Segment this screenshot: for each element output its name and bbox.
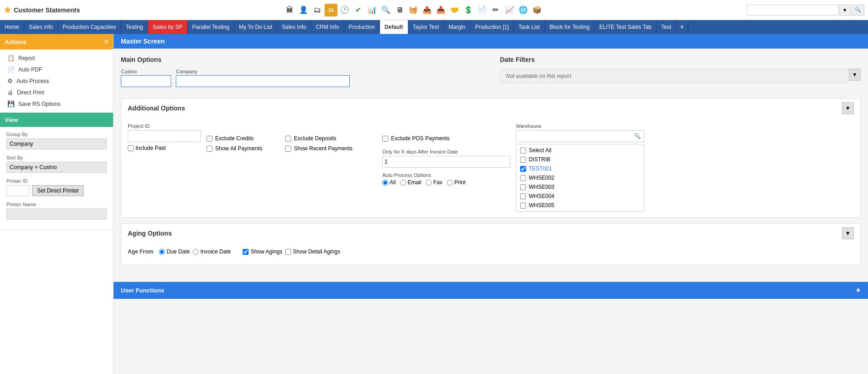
box-icon[interactable]: 📦 bbox=[531, 4, 543, 16]
warehouse-test001-checkbox[interactable] bbox=[520, 166, 526, 172]
global-search-input[interactable] bbox=[747, 5, 838, 16]
warehouse-search-input[interactable] bbox=[516, 131, 631, 141]
search-zoom-icon[interactable]: 🔍 bbox=[380, 4, 392, 16]
additional-options-collapse-button[interactable]: ▼ bbox=[842, 102, 854, 114]
hand-icon[interactable]: 🤝 bbox=[448, 4, 461, 16]
tab-testing[interactable]: Testing bbox=[121, 20, 148, 34]
building-icon[interactable]: 🏛 bbox=[283, 4, 296, 16]
action-auto-process[interactable]: ⚙ Auto Process bbox=[0, 75, 113, 87]
warehouse-distrib-checkbox[interactable] bbox=[520, 157, 526, 163]
tag-icon[interactable]: 💲 bbox=[462, 4, 475, 16]
tab-default[interactable]: Default bbox=[380, 20, 408, 34]
warehouse-whse002-checkbox[interactable] bbox=[520, 175, 526, 181]
bars-icon[interactable]: 📊 bbox=[366, 4, 379, 16]
company-input[interactable] bbox=[176, 75, 350, 87]
global-search-button[interactable]: ▼ bbox=[839, 5, 851, 16]
auto-process-fax-radio[interactable] bbox=[426, 180, 432, 186]
global-search-go-button[interactable]: 🔍 bbox=[852, 5, 864, 16]
warehouse-item-distrib: DISTRIB bbox=[518, 155, 642, 164]
auto-process-all-radio[interactable] bbox=[382, 180, 388, 186]
tab-sales-by-sp[interactable]: Sales by SP bbox=[148, 20, 187, 34]
warehouse-whse003-checkbox[interactable] bbox=[520, 184, 526, 190]
x-days-input[interactable] bbox=[382, 156, 510, 168]
invoice-date-radio[interactable] bbox=[193, 249, 199, 255]
tab-production-1[interactable]: Production [1] bbox=[470, 20, 514, 34]
show-all-payments-checkbox[interactable] bbox=[206, 146, 212, 152]
actions-menu-icon[interactable]: ≡ bbox=[104, 38, 108, 46]
show-agings-checkbox[interactable] bbox=[243, 249, 249, 255]
printer-id-input[interactable] bbox=[6, 185, 29, 196]
project-id-input[interactable] bbox=[128, 130, 201, 142]
clock-icon[interactable]: 🕐 bbox=[338, 4, 351, 16]
exclude-deposits-checkbox[interactable] bbox=[285, 136, 291, 142]
printer-name-input[interactable] bbox=[6, 209, 107, 220]
tab-block-for-testing[interactable]: Block for Testing bbox=[545, 20, 595, 34]
due-date-radio[interactable] bbox=[159, 249, 165, 255]
view-body: Group By Sort By Printer ID Set Direct P… bbox=[0, 127, 113, 230]
sidebar: Actions ≡ 📋 Report 📄 Auto PDF ⚙ Auto Pro… bbox=[0, 34, 114, 374]
monitor-icon[interactable]: 🖥 bbox=[393, 4, 406, 16]
tab-sales-info[interactable]: Sales info bbox=[24, 20, 58, 34]
action-direct-print[interactable]: 🖨 Direct Print bbox=[0, 87, 113, 98]
chart-icon[interactable]: 📈 bbox=[503, 4, 516, 16]
sort-by-input[interactable] bbox=[6, 162, 107, 173]
tab-home[interactable]: Home bbox=[0, 20, 24, 34]
show-recent-payments-checkbox[interactable] bbox=[285, 146, 291, 152]
pencil-icon[interactable]: ✏ bbox=[489, 4, 502, 16]
warehouse-whse005-label: WHSE005 bbox=[529, 202, 554, 209]
tab-my-to-do-list[interactable]: My To Do List bbox=[234, 20, 277, 34]
show-agings-option: Show Agings bbox=[243, 248, 282, 255]
auto-process-email-radio[interactable] bbox=[400, 180, 406, 186]
tab-sales-info-2[interactable]: Sales Info bbox=[277, 20, 311, 34]
show-detail-agings-checkbox[interactable] bbox=[285, 249, 291, 255]
checkmark-icon[interactable]: ✔ bbox=[352, 4, 365, 16]
tab-task-list[interactable]: Task List bbox=[514, 20, 545, 34]
auto-process-print-radio[interactable] bbox=[447, 180, 453, 186]
group-by-label: Group By bbox=[6, 132, 107, 137]
warehouse-whse005-checkbox[interactable] bbox=[520, 203, 526, 209]
group-by-input[interactable] bbox=[6, 138, 107, 149]
tab-crm-info[interactable]: CRM Info bbox=[311, 20, 344, 34]
master-screen-title: Master Screen bbox=[121, 38, 165, 45]
show-detail-agings-label: Show Detail Agings bbox=[293, 248, 340, 255]
action-report-label: Report bbox=[18, 55, 35, 61]
actions-title: Actions bbox=[5, 38, 27, 45]
show-recent-payments-label: Show Recent Payments bbox=[294, 145, 353, 152]
tab-production[interactable]: Production bbox=[344, 20, 380, 34]
aging-options-collapse-button[interactable]: ▼ bbox=[842, 227, 854, 239]
tab-margin[interactable]: Margin bbox=[444, 20, 471, 34]
user-functions-add-button[interactable]: + bbox=[856, 286, 861, 295]
action-save-rs-options[interactable]: 💾 Save RS Options bbox=[0, 98, 113, 110]
action-report[interactable]: 📋 Report bbox=[0, 52, 113, 64]
warehouse-whse004-checkbox[interactable] bbox=[520, 193, 526, 199]
tab-production-capacities[interactable]: Production Capacities bbox=[58, 20, 121, 34]
tab-test[interactable]: Test bbox=[656, 20, 676, 34]
show-all-payments-label: Show All Payments bbox=[215, 145, 262, 152]
tab-elite-test-sales-tab[interactable]: ELITE Test Sales Tab bbox=[595, 20, 656, 34]
tab-parallel-testing[interactable]: Parallel Testing bbox=[188, 20, 234, 34]
tab-add[interactable]: + bbox=[676, 20, 688, 34]
doc-icon[interactable]: 📄 bbox=[476, 4, 488, 16]
set-direct-printer-button[interactable]: Set Direct Printer bbox=[32, 185, 84, 196]
additional-options-panel: Additional Options ▼ Project ID Include … bbox=[121, 98, 861, 218]
person-icon[interactable]: 👤 bbox=[297, 4, 310, 16]
number-badge-icon[interactable]: 16 bbox=[325, 4, 337, 16]
upload-icon[interactable]: 📤 bbox=[421, 4, 434, 16]
custno-input[interactable] bbox=[121, 75, 171, 87]
action-auto-pdf[interactable]: 📄 Auto PDF bbox=[0, 64, 113, 75]
warehouse-select-all-checkbox[interactable] bbox=[520, 148, 526, 154]
top-bar: ★ Customer Statements 🏛 👤 🗂 16 🕐 ✔ 📊 🔍 🖥… bbox=[0, 0, 868, 20]
download-icon[interactable]: 📥 bbox=[434, 4, 447, 16]
warehouse-whse003-label: WHSE003 bbox=[529, 184, 554, 190]
basket-icon[interactable]: 🧺 bbox=[407, 4, 420, 16]
age-from-label: Age From bbox=[128, 248, 153, 255]
date-filters-collapse-button[interactable]: ▼ bbox=[849, 69, 861, 81]
tab-taylor-test[interactable]: Taylor Test bbox=[408, 20, 444, 34]
actions-header: Actions ≡ bbox=[0, 34, 113, 50]
exclude-pos-checkbox[interactable] bbox=[382, 136, 388, 142]
project-id-group: Project ID Include Paid bbox=[128, 123, 201, 151]
exclude-credits-checkbox[interactable] bbox=[206, 136, 212, 142]
globe-icon[interactable]: 🌐 bbox=[517, 4, 530, 16]
folder-icon[interactable]: 🗂 bbox=[311, 4, 324, 16]
include-paid-checkbox[interactable] bbox=[128, 145, 134, 151]
